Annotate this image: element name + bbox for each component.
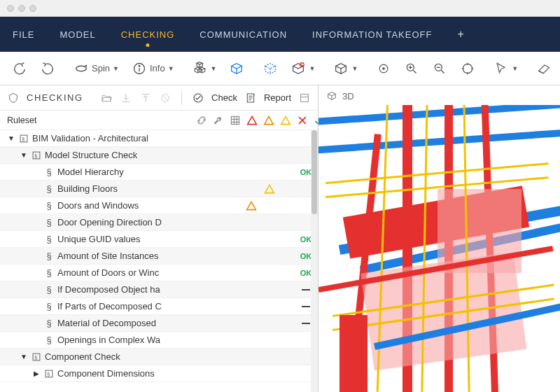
rule-label: Component Dimensions xyxy=(57,368,155,379)
rule-icon: § xyxy=(43,251,55,262)
tree-row[interactable]: §Openings in Complex Wa xyxy=(0,332,318,349)
svg-point-5 xyxy=(383,67,385,69)
tree-row[interactable]: §Material of Decomposed xyxy=(0,315,318,332)
svg-point-2 xyxy=(139,65,140,66)
report-label[interactable]: Report xyxy=(264,92,291,103)
expand-toggle[interactable]: ▶ xyxy=(32,370,41,377)
traffic-light-max[interactable] xyxy=(29,5,36,12)
rule-tree[interactable]: ▼§BIM Validation - Architectural▼§Model … xyxy=(0,130,318,392)
toolbar: Spin ▼ Info ▼ ▼ ▼ ▼ ▼ xyxy=(0,52,560,85)
expand-toggle[interactable]: ▼ xyxy=(20,151,28,159)
rule-label: Openings in Complex Wa xyxy=(57,335,160,345)
traffic-light-close[interactable] xyxy=(7,5,14,12)
nav-communication[interactable]: COMMUNICATION xyxy=(200,24,287,46)
sep xyxy=(181,91,182,105)
sev-fail-icon[interactable] xyxy=(295,113,309,127)
3d-scene[interactable] xyxy=(318,105,560,392)
caret-down-icon: ▼ xyxy=(512,65,518,72)
upload-icon[interactable] xyxy=(139,92,152,104)
rule-label: Material of Decomposed xyxy=(57,318,156,328)
status-dash-icon xyxy=(302,306,310,307)
scene-element xyxy=(318,105,560,126)
center-button[interactable] xyxy=(456,59,479,78)
tree-row[interactable]: §Doors and Windows xyxy=(0,197,318,214)
report-icon[interactable]: + xyxy=(244,92,257,104)
expand-toggle[interactable]: ▼ xyxy=(20,353,28,360)
scrollbar[interactable] xyxy=(311,130,318,392)
layout-icon[interactable] xyxy=(298,92,311,104)
caret-down-icon: ▼ xyxy=(168,65,174,72)
sev-major-icon[interactable] xyxy=(262,113,276,127)
rule-icon: § xyxy=(43,217,55,228)
open-icon[interactable] xyxy=(100,92,113,104)
sev-pass-icon[interactable] xyxy=(312,113,318,127)
sev-minor-icon[interactable] xyxy=(279,113,293,127)
cube-paint-button[interactable]: ▼ xyxy=(287,59,318,78)
cube-plain-button[interactable]: ▼ xyxy=(330,59,361,78)
svg-line-7 xyxy=(414,70,416,73)
tree-row[interactable]: §Amount of Doors or WincOK xyxy=(0,265,318,281)
info-button[interactable]: Info ▼ xyxy=(128,59,178,78)
zoom-out-icon xyxy=(432,61,447,76)
nav-model[interactable]: MODEL xyxy=(59,24,95,46)
zoom-in-button[interactable] xyxy=(400,59,423,78)
tree-row[interactable]: ▼§Model Structure Check xyxy=(0,147,318,164)
nav-info-takeoff[interactable]: INFORMATION TAKEOFF xyxy=(312,24,432,46)
tree-row[interactable]: ▼§Component Check xyxy=(0,349,318,365)
center-icon xyxy=(460,61,475,76)
tree-row[interactable]: §Door Opening Direction D xyxy=(0,214,318,231)
sev-critical-icon[interactable] xyxy=(245,113,259,127)
svg-text:+: + xyxy=(253,92,255,97)
tree-row[interactable]: §Unique GUID valuesOK xyxy=(0,231,318,248)
redo-button[interactable] xyxy=(36,59,59,78)
viewport-title: 3D xyxy=(342,91,354,102)
3d-viewport[interactable]: 3D xyxy=(318,85,560,392)
traffic-light-min[interactable] xyxy=(18,5,25,12)
ruleset-icon: § xyxy=(43,368,55,379)
tree-row[interactable]: ▶§Component Dimensions xyxy=(0,365,318,382)
wrench-icon[interactable] xyxy=(211,113,225,127)
cube-hl-button[interactable] xyxy=(225,59,248,78)
scene-element xyxy=(340,315,368,392)
zoom-fit-button[interactable] xyxy=(372,59,395,78)
rule-label: If Decomposed Object ha xyxy=(57,284,160,295)
select-button[interactable]: ▼ xyxy=(490,59,522,78)
check-icon[interactable] xyxy=(192,92,204,104)
zoom-out-button[interactable] xyxy=(428,59,451,78)
cube-outline-button[interactable] xyxy=(259,59,281,78)
link-icon[interactable] xyxy=(195,113,209,127)
viewport-header: 3D xyxy=(326,90,354,102)
rule-icon: § xyxy=(43,267,55,279)
view-cubes-button[interactable]: ▼ xyxy=(189,59,220,78)
rule-icon: § xyxy=(43,335,55,346)
rule-icon: § xyxy=(43,318,55,329)
info-icon xyxy=(132,61,147,76)
expand-toggle[interactable]: ▼ xyxy=(7,134,15,142)
tree-row[interactable]: §Building Floors xyxy=(0,181,318,197)
cube-hl-icon xyxy=(229,61,244,76)
spin-button[interactable]: Spin ▼ xyxy=(70,59,122,78)
nav-add-tab[interactable]: + xyxy=(457,28,463,41)
tree-row[interactable]: ▼§BIM Validation - Architectural xyxy=(0,130,318,147)
svg-line-18 xyxy=(539,71,544,73)
tree-row[interactable]: §If Decomposed Object ha xyxy=(0,281,318,298)
tree-row[interactable]: §Model HierarchyOK xyxy=(0,164,318,181)
rule-icon: § xyxy=(43,234,55,245)
caret-down-icon: ▼ xyxy=(351,65,358,72)
nav-file[interactable]: FILE xyxy=(13,24,34,46)
tree-row[interactable]: §Amount of Site InstancesOK xyxy=(0,248,318,265)
nav-checking[interactable]: CHECKING xyxy=(121,24,175,46)
rule-label: Amount of Doors or Winc xyxy=(57,267,159,278)
tree-row[interactable]: §If Parts of Decomposed C xyxy=(0,298,318,315)
cube-paint-icon xyxy=(290,61,306,76)
svg-text:§: § xyxy=(22,136,24,141)
svg-text:§: § xyxy=(34,153,37,158)
rule-label: Unique GUID values xyxy=(57,234,141,244)
panel-title: CHECKING xyxy=(27,92,83,103)
section-button[interactable] xyxy=(533,59,555,78)
undo-button[interactable] xyxy=(8,59,31,78)
check-label[interactable]: Check xyxy=(211,92,237,103)
download-icon[interactable] xyxy=(120,92,132,104)
grid-icon[interactable] xyxy=(228,113,242,127)
disabled-icon xyxy=(159,92,172,104)
